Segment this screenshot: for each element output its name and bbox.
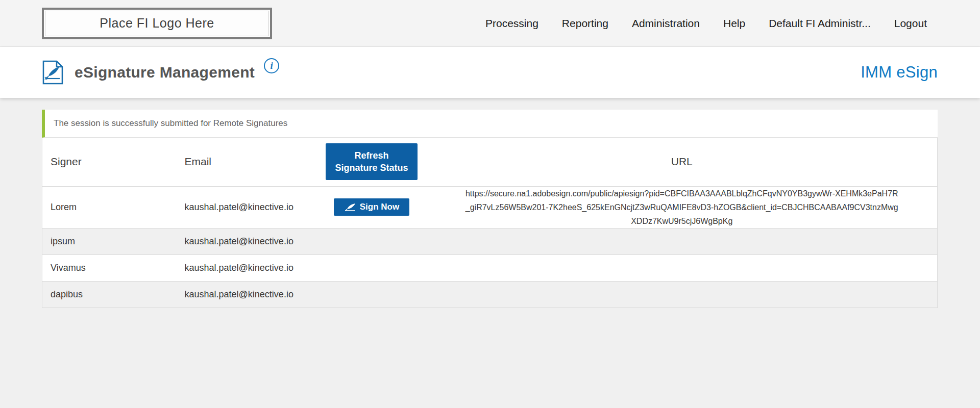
refresh-signature-status-button[interactable]: Refresh Signature Status — [326, 143, 418, 180]
refresh-button-line1: Refresh — [329, 149, 414, 162]
table-row: Vivamus kaushal.patel@kinective.io — [42, 254, 938, 281]
esignature-document-icon — [42, 60, 63, 85]
table-row: dapibus kaushal.patel@kinective.io — [42, 281, 938, 308]
signer-name: Lorem — [42, 186, 177, 228]
column-header-signer: Signer — [42, 138, 177, 186]
table-row: ipsum kaushal.patel@kinective.io — [42, 228, 938, 254]
fi-logo-placeholder: Place FI Logo Here — [42, 8, 272, 39]
success-alert-message: The session is successfully submitted fo… — [54, 118, 287, 129]
fi-logo-text: Place FI Logo Here — [100, 16, 214, 31]
column-header-status: Refresh Signature Status — [317, 138, 427, 186]
nav-item-processing[interactable]: Processing — [485, 17, 538, 30]
nav-item-logout[interactable]: Logout — [894, 17, 927, 30]
main-nav: Processing Reporting Administration Help… — [485, 17, 927, 30]
page-header: eSignature Management i IMM eSign — [0, 47, 980, 98]
top-navigation-bar: Place FI Logo Here Processing Reporting … — [0, 0, 980, 47]
signer-email: kaushal.patel@kinective.io — [177, 228, 317, 254]
table-header-row: Signer Email Refresh Signature Status UR… — [42, 138, 938, 186]
column-header-url: URL — [427, 138, 938, 186]
table-row: Lorem kaushal.patel@kinective.io Sign No… — [42, 186, 938, 228]
success-alert: The session is successfully submitted fo… — [42, 110, 938, 138]
signer-email: kaushal.patel@kinective.io — [177, 254, 317, 281]
signer-email: kaushal.patel@kinective.io — [177, 281, 317, 308]
quill-pen-icon — [344, 203, 356, 211]
signer-email: kaushal.patel@kinective.io — [177, 186, 317, 228]
nav-item-reporting[interactable]: Reporting — [562, 17, 608, 30]
signer-name: Vivamus — [42, 254, 177, 281]
sign-now-label: Sign Now — [360, 202, 399, 212]
signer-name: dapibus — [42, 281, 177, 308]
signer-name: ipsum — [42, 228, 177, 254]
refresh-button-line2: Signature Status — [329, 162, 414, 174]
info-icon[interactable]: i — [264, 58, 279, 73]
nav-item-user-menu[interactable]: Default FI Administr... — [769, 17, 871, 30]
signers-table: Signer Email Refresh Signature Status UR… — [42, 138, 938, 308]
nav-item-help[interactable]: Help — [723, 17, 745, 30]
signing-url: https://secure.na1.adobesign.com/public/… — [465, 187, 899, 228]
main-content: The session is successfully submitted fo… — [0, 98, 980, 308]
column-header-email: Email — [177, 138, 317, 186]
imm-esign-brand: IMM eSign — [861, 63, 938, 82]
sign-now-button[interactable]: Sign Now — [334, 198, 409, 216]
page-title: eSignature Management — [75, 64, 255, 81]
nav-item-administration[interactable]: Administration — [632, 17, 700, 30]
